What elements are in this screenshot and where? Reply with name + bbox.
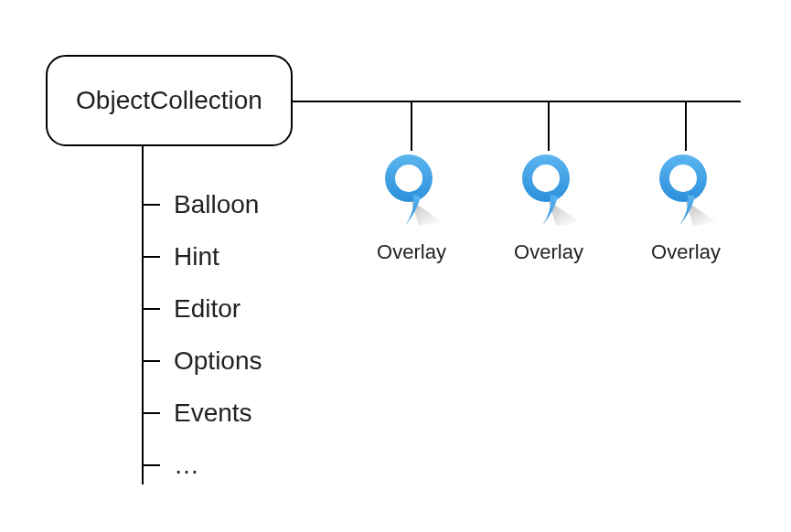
overlays-container: Overlay Ove — [375, 101, 722, 264]
overlay-node: Overlay — [649, 101, 722, 264]
overlay-node: Overlay — [512, 101, 585, 264]
list-item: Hint — [142, 230, 262, 282]
svg-point-1 — [395, 165, 422, 192]
list-item: Balloon — [142, 178, 262, 230]
root-label: ObjectCollection — [76, 86, 262, 115]
connector-tick — [142, 308, 160, 310]
children-list: Balloon Hint Editor Options Events … — [142, 178, 262, 491]
connector-stub — [411, 101, 412, 151]
overlay-label: Overlay — [651, 240, 721, 264]
root-node: ObjectCollection — [46, 55, 293, 146]
connector-tick — [142, 464, 160, 466]
child-label: Options — [174, 346, 262, 376]
overlay-label: Overlay — [377, 240, 446, 264]
connector-tick — [142, 412, 160, 414]
list-item: … — [142, 439, 262, 491]
child-label: Events — [174, 399, 252, 428]
child-label: … — [174, 451, 199, 480]
connector-tick — [142, 256, 160, 258]
connector-tick — [142, 204, 160, 206]
overlay-label: Overlay — [514, 240, 583, 264]
pin-icon — [649, 151, 722, 233]
child-label: Editor — [174, 294, 241, 324]
pin-icon — [512, 151, 585, 233]
connector-tick — [142, 360, 160, 362]
connector-stub — [548, 101, 550, 151]
list-item: Options — [142, 335, 262, 387]
list-item: Events — [142, 387, 262, 439]
svg-point-3 — [532, 165, 560, 192]
child-label: Balloon — [174, 190, 259, 219]
list-item: Editor — [142, 282, 262, 335]
child-label: Hint — [174, 242, 219, 271]
connector-stub — [685, 101, 687, 151]
overlay-node: Overlay — [375, 101, 448, 264]
svg-point-5 — [669, 165, 697, 192]
pin-icon — [375, 151, 448, 233]
